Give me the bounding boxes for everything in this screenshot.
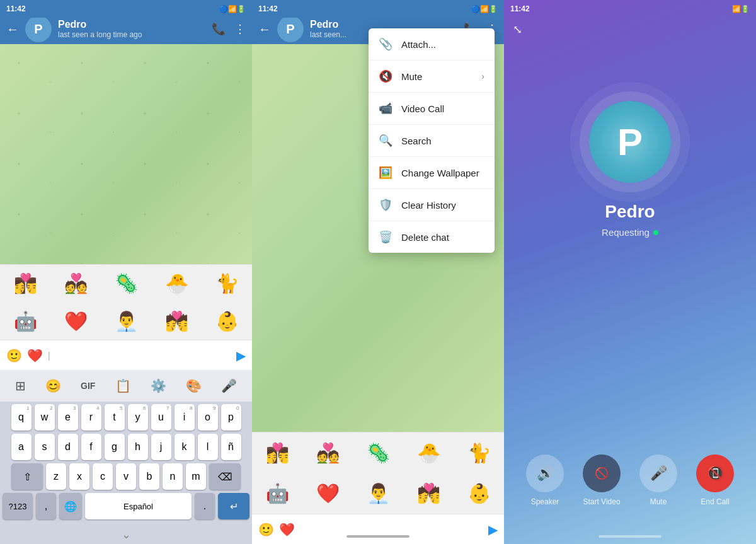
key-z[interactable]: z xyxy=(46,463,66,490)
key-u[interactable]: u7 xyxy=(151,404,171,431)
video-button[interactable]: 🚫 Start Video xyxy=(583,454,621,506)
key-s[interactable]: s xyxy=(35,434,55,460)
menu-item-deletechat[interactable]: 🗑️ Delete chat xyxy=(369,221,495,253)
key-period[interactable]: . xyxy=(195,493,215,519)
key-y[interactable]: y6 xyxy=(128,404,148,431)
key-n[interactable]: n xyxy=(163,463,183,490)
s2-2[interactable]: 💑 xyxy=(302,432,353,473)
sticker-6[interactable]: 🤖 xyxy=(0,303,50,340)
key-numbers[interactable]: ?123 xyxy=(3,493,33,519)
key-g[interactable]: g xyxy=(105,434,125,460)
key-k[interactable]: k xyxy=(175,434,195,460)
heart-icon-2[interactable]: ❤️ xyxy=(279,522,295,537)
send-button-2[interactable]: ▶ xyxy=(488,522,498,537)
sticker-10[interactable]: 👶 xyxy=(202,303,252,340)
back-button-1[interactable]: ← xyxy=(6,22,19,37)
key-backspace[interactable]: ⌫ xyxy=(209,463,241,490)
header-action-icons-1: 📞 ⋮ xyxy=(212,22,246,36)
speaker-button[interactable]: 🔊 Speaker xyxy=(526,454,564,506)
menu-item-clearhistory[interactable]: 🛡️ Clear History xyxy=(369,189,495,221)
home-bar-3 xyxy=(598,535,662,538)
key-enter[interactable]: ↵ xyxy=(218,493,249,519)
kb-themes-icon[interactable]: 🎨 xyxy=(186,378,202,393)
sticker-7[interactable]: ❤️ xyxy=(50,303,101,340)
key-i[interactable]: i8 xyxy=(175,404,195,431)
menu-label-videocall: Video Call xyxy=(401,103,444,114)
deletechat-icon: 🗑️ xyxy=(379,230,392,244)
key-m[interactable]: m xyxy=(186,463,206,490)
search-icon: 🔍 xyxy=(379,134,392,148)
key-d[interactable]: d xyxy=(58,434,78,460)
menu-label-search: Search xyxy=(401,136,432,146)
mute-label: Mute xyxy=(650,497,667,506)
sticker-5[interactable]: 🐈 xyxy=(202,265,252,303)
endcall-button[interactable]: 📵 End Call xyxy=(696,454,734,506)
heart-icon-1[interactable]: ❤️ xyxy=(27,348,43,363)
menu-item-videocall[interactable]: 📹 Video Call xyxy=(369,93,495,125)
s2-8[interactable]: 👨‍💼 xyxy=(353,473,403,514)
call-icon-1[interactable]: 📞 xyxy=(212,22,226,36)
mute-button[interactable]: 🎤 Mute xyxy=(639,454,677,506)
kb-clipboard-icon[interactable]: 📋 xyxy=(115,378,131,393)
key-o[interactable]: o9 xyxy=(198,404,218,431)
kb-sticker-icon[interactable]: 😊 xyxy=(45,378,61,393)
key-c[interactable]: c xyxy=(93,463,113,490)
menu-item-wallpaper[interactable]: 🖼️ Change Wallpaper xyxy=(369,157,495,189)
sticker-9[interactable]: 💏 xyxy=(151,303,202,340)
kb-settings-icon[interactable]: ⚙️ xyxy=(151,378,166,393)
sticker-2[interactable]: 💑 xyxy=(50,265,101,303)
key-f[interactable]: f xyxy=(81,434,101,460)
key-space[interactable]: Español xyxy=(85,493,192,519)
key-e[interactable]: e3 xyxy=(58,404,78,431)
s2-9[interactable]: 💏 xyxy=(403,473,454,514)
key-j[interactable]: j xyxy=(151,434,171,460)
key-p[interactable]: p0 xyxy=(221,404,241,431)
expand-icon[interactable]: ⤡ xyxy=(513,23,522,37)
key-h[interactable]: h xyxy=(128,434,148,460)
kb-mic-icon[interactable]: 🎤 xyxy=(221,378,237,393)
menu-item-attach[interactable]: 📎 Attach... xyxy=(369,28,495,61)
pen-icon-1[interactable]: | xyxy=(48,350,58,361)
more-icon-1[interactable]: ⋮ xyxy=(234,22,246,36)
back-button-2[interactable]: ← xyxy=(258,22,271,37)
s2-1[interactable]: 👩‍❤️‍💋‍👨 xyxy=(252,432,302,473)
last-seen-1: last seen a long time ago xyxy=(58,30,205,39)
s2-6[interactable]: 🤖 xyxy=(252,473,302,514)
emoji-icon-1[interactable]: 🙂 xyxy=(6,348,22,363)
key-l[interactable]: l xyxy=(198,434,218,460)
menu-item-search[interactable]: 🔍 Search xyxy=(369,125,495,157)
key-comma[interactable]: , xyxy=(36,493,56,519)
s2-4[interactable]: 🐣 xyxy=(403,432,454,473)
sticker-3[interactable]: 🦠 xyxy=(101,265,151,303)
key-a[interactable]: a xyxy=(11,434,32,460)
s2-3[interactable]: 🦠 xyxy=(353,432,403,473)
menu-item-mute[interactable]: 🔇 Mute › xyxy=(369,61,495,93)
kb-gif-icon[interactable]: GIF xyxy=(81,381,95,391)
time-2: 11:42 xyxy=(258,4,278,13)
emoji-icon-2[interactable]: 🙂 xyxy=(258,522,274,537)
key-r[interactable]: r4 xyxy=(81,404,101,431)
s2-10[interactable]: 👶 xyxy=(454,473,504,514)
kb-grid-icon[interactable]: ⊞ xyxy=(15,378,26,393)
status-dot xyxy=(653,230,658,235)
status-icons-1: 🔵📶🔋 xyxy=(219,5,246,13)
key-x[interactable]: x xyxy=(69,463,89,490)
key-b[interactable]: b xyxy=(139,463,159,490)
sticker-4[interactable]: 🐣 xyxy=(151,265,202,303)
speaker-label: Speaker xyxy=(531,497,559,506)
key-t[interactable]: t5 xyxy=(105,404,125,431)
menu-label-clearhistory: Clear History xyxy=(401,200,456,211)
sticker-tray-1: 👩‍❤️‍💋‍👨 💑 🦠 🐣 🐈 🤖 ❤️ 👨‍💼 💏 👶 xyxy=(0,264,252,340)
key-globe[interactable]: 🌐 xyxy=(59,493,82,519)
s2-5[interactable]: 🐈 xyxy=(454,432,504,473)
key-w[interactable]: w2 xyxy=(35,404,55,431)
key-shift[interactable]: ⇧ xyxy=(11,463,43,490)
sticker-8[interactable]: 👨‍💼 xyxy=(101,303,151,340)
keyboard-hide-button[interactable]: ⌄ xyxy=(0,525,252,544)
key-q[interactable]: q1 xyxy=(11,404,32,431)
key-v[interactable]: v xyxy=(116,463,136,490)
key-n-tilde[interactable]: ñ xyxy=(221,434,241,460)
s2-7[interactable]: ❤️ xyxy=(302,473,353,514)
send-button-1[interactable]: ▶ xyxy=(236,348,246,363)
sticker-1[interactable]: 👩‍❤️‍💋‍👨 xyxy=(0,265,50,303)
